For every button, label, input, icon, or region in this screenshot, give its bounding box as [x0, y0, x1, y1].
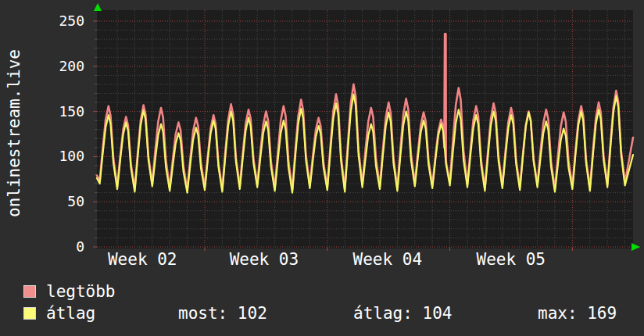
x-week-label: Week 04	[353, 250, 423, 269]
stat-most: most: 102	[178, 306, 267, 321]
y-tick-label: 250	[59, 13, 84, 29]
x-week-label: Week 05	[477, 250, 546, 269]
y-tick-label: 50	[67, 193, 84, 209]
atlag-color-swatch	[23, 307, 36, 320]
y-axis-arrow-icon	[94, 3, 102, 11]
x-axis-arrow-icon	[631, 243, 640, 251]
stat-atlag: átlag: 104	[353, 306, 452, 321]
y-tick-label: 100	[59, 148, 84, 164]
x-week-label: Week 03	[230, 250, 299, 269]
y-tick-label: 0	[76, 238, 84, 255]
legend-row-atlag: átlag most: 102 átlag: 104 max: 169	[0, 306, 644, 322]
plot-area: 050100150200250Week 02Week 03Week 04Week…	[0, 0, 644, 278]
y-tick-label: 200	[59, 58, 84, 74]
legtobb-legend-label: legtöbb	[46, 284, 116, 299]
stat-max: max: 169	[538, 306, 617, 321]
legtobb-color-swatch	[23, 285, 36, 298]
legend-row-legtobb: legtöbb	[0, 284, 644, 300]
y-tick-label: 150	[59, 103, 84, 120]
x-week-label: Week 02	[108, 250, 177, 269]
atlag-legend-label: átlag	[46, 306, 95, 321]
